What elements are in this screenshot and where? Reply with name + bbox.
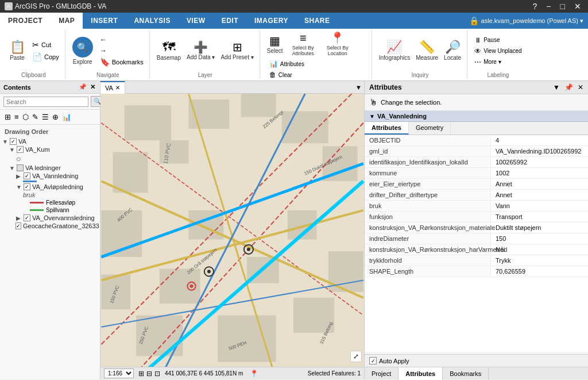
navigate-group: 🔍 Explore ← → 🔖 Bookmarks [67,30,150,79]
layer-geocache[interactable]: ▶ ✓ GeocacheGraatone_32633 [2,222,98,230]
layer-tool-add[interactable]: ⊕ [51,112,60,122]
bottom-tab-bar: Project Attributes Bookmarks [365,367,588,379]
paste-button[interactable]: 📋 Paste [6,40,29,62]
scale-selector[interactable]: 1:166 [104,369,134,378]
tab-map[interactable]: MAP [51,13,83,29]
cb-va-overvann[interactable]: ✓ [24,214,30,221]
contents-close-btn[interactable]: ✕ [89,83,96,91]
expand-va[interactable]: ▼ [2,139,8,145]
tab-analysis[interactable]: ANALYSIS [126,13,179,29]
pause-button[interactable]: ⏸ Pause [472,35,524,45]
auto-apply-checkbox-group[interactable]: ✓ Auto Apply [369,357,409,364]
map-collapse-btn[interactable]: ▼ [353,84,364,91]
navigate-forward-button[interactable]: → [98,45,146,56]
layer-va-ledninger[interactable]: ▼ VA ledninger [2,164,98,172]
attr-row-shapelength: SHAPE_Length 70,626559 [365,266,588,277]
infographics-button[interactable]: 📈 Infographics [377,40,412,62]
search-input[interactable] [3,97,88,107]
expand-va-kum[interactable]: ▼ [9,147,15,153]
layer-tool-list[interactable]: ⊞ [3,112,12,122]
tab-imagery[interactable]: IMAGERY [246,13,296,29]
cb-va[interactable]: ✓ [10,138,17,145]
select-by-location-button[interactable]: 📍 Select By Location [321,31,354,57]
explore-button[interactable]: 🔍 Explore [70,36,95,66]
layer-tool-hex[interactable]: ⬡ [21,112,30,122]
navigate-back-button[interactable]: ← [98,34,146,45]
cb-geocache[interactable]: ✓ [16,222,21,229]
nav-icon-2[interactable]: ⊟ [146,370,152,378]
add-preset-button[interactable]: ⊞ Add Preset ▾ [218,40,256,62]
bookmarks-icon: 🔖 [100,57,110,67]
tab-project[interactable]: PROJECT [0,13,51,29]
layer-va-kum[interactable]: ▼ ✓ VA_Kum [2,145,98,153]
cb-va-kum[interactable]: ✓ [17,146,24,153]
layer-tool-chart[interactable]: 📊 [61,112,72,122]
map-tab-close-btn[interactable]: ✕ [115,85,120,91]
maximize-btn[interactable]: □ [558,2,567,11]
add-data-button[interactable]: ➕ Add Data ▾ [184,40,217,62]
expand-va-vannledning[interactable]: ▶ [16,173,22,179]
cut-copy-stack: ✂ Cut 📄 Copy [30,39,61,63]
layer-tool-edit[interactable]: ✎ [31,112,40,122]
tab-share[interactable]: SHARE [296,13,338,29]
nav-icon-1[interactable]: ⊞ [138,370,144,378]
tab-attributes[interactable]: Attributes [365,122,409,135]
expand-map-btn[interactable]: ⤢ [350,351,362,362]
select-by-attributes-button[interactable]: ≡ Select By Attributes [287,31,320,57]
close-btn[interactable]: ✕ [572,2,583,11]
map-area[interactable]: VA ✕ ▼ [100,81,364,379]
bottom-tab-attributes[interactable]: Attributes [399,367,443,380]
layer-va[interactable]: ▼ ✓ VA [2,137,98,145]
minimize-btn[interactable]: − [544,2,553,11]
tab-view[interactable]: VIEW [179,13,214,29]
inquiry-items: 📈 Infographics 📏 Measure 🔎 Locate [377,31,463,71]
clear-button[interactable]: 🗑 Clear [267,70,307,80]
view-unplaced-button[interactable]: 👁 View Unplaced [472,46,524,56]
copy-button[interactable]: 📄 Copy [30,51,61,63]
map-canvas[interactable]: 110 PVC 225 Betongr. 150 Duktil støpejer… [100,94,364,379]
more-button[interactable]: ⋯ More ▾ [472,57,524,67]
attr-selection-message[interactable]: 🖱 Change the selection. [365,94,588,111]
cb-va-vannledning[interactable]: ✓ [24,172,30,179]
layer-va-avlopsled[interactable]: ▼ ✓ VA_Avløpsledning [2,183,98,191]
layer-va-vannledning[interactable]: ▶ ✓ VA_Vannledning [2,172,98,180]
tab-edit[interactable]: EDIT [214,13,246,29]
nav-icon-3[interactable]: ⊡ [154,370,160,378]
locate-button[interactable]: 🔎 Locate [442,40,463,62]
title-bar-controls[interactable]: ? − □ ✕ [531,2,583,11]
map-tab-name: VA [105,85,113,91]
svg-point-38 [207,270,211,273]
expand-va-ledninger[interactable]: ▼ [9,165,15,171]
user-info[interactable]: 🔒 asle.kvam_poweldemo (Powel AS) ▾ [469,13,588,29]
collapse-icon[interactable]: ▼ [369,113,375,120]
navigate-items: 🔍 Explore ← → 🔖 Bookmarks [70,31,146,71]
tab-geometry[interactable]: Geometry [409,122,451,135]
cut-button[interactable]: ✂ Cut [30,39,61,51]
map-tab-va[interactable]: VA ✕ [100,81,125,94]
layer-va-overvann[interactable]: ▶ ✓ VA_Overvannsledning [2,214,98,222]
bookmarks-button[interactable]: 🔖 Bookmarks [98,56,146,68]
bottom-tab-bookmarks[interactable]: Bookmarks [443,367,489,380]
measure-button[interactable]: 📏 Measure [413,40,440,62]
basemap-button[interactable]: 🗺 Basemap [154,40,183,62]
inquiry-group: 📈 Infographics 📏 Measure 🔎 Locate Inquir… [373,30,467,79]
cb-va-avlopsled[interactable]: ✓ [24,183,30,190]
layer-tool-table[interactable]: ≡ [13,112,20,122]
auto-apply-checkbox[interactable]: ✓ [369,357,377,364]
expand-va-avlopsled[interactable]: ▼ [16,184,22,190]
help-btn[interactable]: ? [531,2,540,11]
expand-va-overvann[interactable]: ▶ [16,215,22,221]
tab-insert[interactable]: INSERT [83,13,126,29]
layer-tool-menu[interactable]: ☰ [41,112,50,122]
select-button[interactable]: ▦ Select [265,34,285,55]
cb-va-ledninger[interactable] [17,164,24,171]
bottom-tab-project[interactable]: Project [365,367,399,380]
contents-pin-btn[interactable]: 📌 [78,83,88,91]
attr-scrollbar[interactable] [365,352,588,354]
attributes-view-button[interactable]: 📊 Attributes [267,59,307,69]
attr-panel-pin-btn[interactable]: 📌 [564,83,573,91]
svg-point-40 [247,248,250,251]
attr-panel-options-btn[interactable]: ▼ [553,83,560,91]
va-vannledning-symbol [23,181,37,182]
attr-panel-close-btn[interactable]: ✕ [578,83,583,91]
